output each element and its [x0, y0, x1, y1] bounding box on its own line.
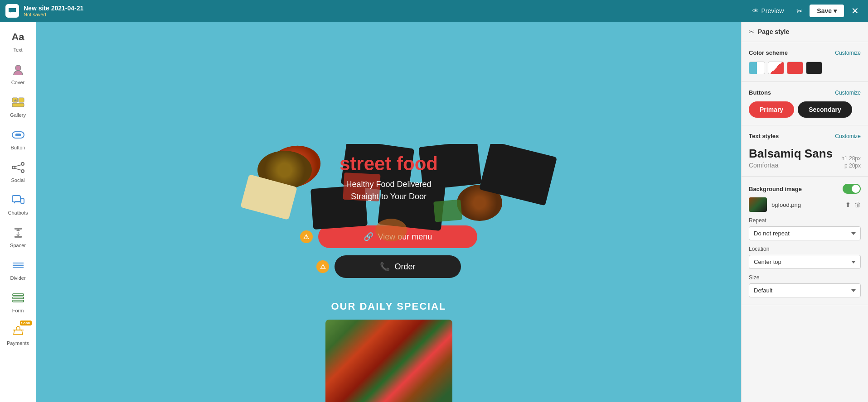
sidebar-item-label: Gallery: [10, 112, 26, 118]
soon-badge: Soon: [20, 321, 32, 325]
sidebar-item-label: Cover: [11, 80, 24, 85]
topbar-actions: 👁 Preview ✂ Save ▾ ✕: [747, 4, 863, 18]
upload-icon[interactable]: ⬆: [845, 201, 851, 208]
font-h1-label: h1 28px: [841, 155, 861, 162]
divider-icon: [10, 257, 26, 273]
buttons-customize-link[interactable]: Customize: [835, 90, 861, 96]
svg-rect-12: [12, 196, 20, 202]
main-layout: Aa Text Cover Gallery Button Socia: [0, 22, 868, 402]
svg-point-0: [15, 65, 21, 71]
sidebar-item-gallery[interactable]: Gallery: [3, 91, 34, 121]
site-name: New site 2021-04-21: [24, 5, 742, 12]
location-label: Location: [749, 246, 861, 252]
text-icon: Aa: [10, 29, 26, 45]
svg-rect-23: [13, 297, 24, 299]
font-name-main: Balsamiq Sans: [749, 147, 833, 161]
svg-line-11: [15, 168, 21, 170]
color-customize-link[interactable]: Customize: [835, 50, 861, 56]
buttons-header: Buttons Customize: [749, 89, 861, 96]
primary-button-preview[interactable]: Primary: [749, 101, 794, 118]
eye-icon: 👁: [752, 7, 759, 14]
repeat-field: Repeat Do not repeat Repeat Repeat X Rep…: [749, 217, 861, 240]
hero-title-main: street: [339, 153, 397, 174]
sidebar-item-label: Chatbots: [8, 210, 28, 215]
scissors-button[interactable]: ✂: [793, 5, 806, 17]
svg-rect-22: [13, 294, 24, 296]
button-icon: [10, 127, 26, 143]
canvas-area: street food Healthy Food Delivered Strai…: [36, 22, 741, 402]
daily-special-section: OUR DAILY SPECIAL: [36, 287, 741, 402]
sidebar-item-chatbots[interactable]: Chatbots: [3, 188, 34, 219]
sidebar-item-label: Divider: [10, 275, 25, 281]
sidebar-item-payments[interactable]: Soon Payments: [3, 319, 34, 349]
sidebar-item-spacer[interactable]: Spacer: [3, 221, 34, 252]
sidebar-item-cover[interactable]: Cover: [3, 58, 34, 89]
size-select[interactable]: Default Cover Contain: [749, 283, 861, 297]
size-label: Size: [749, 274, 861, 281]
site-info: New site 2021-04-21 Not saved: [24, 5, 742, 17]
bg-image-toggle-row: Background image: [749, 184, 861, 194]
svg-rect-24: [13, 300, 24, 302]
buttons-section: Buttons Customize Primary Secondary: [742, 82, 868, 125]
buttons-label: Buttons: [749, 89, 771, 96]
social-icon: [10, 159, 26, 176]
topbar: New site 2021-04-21 Not saved 👁 Preview …: [0, 0, 868, 22]
svg-rect-3: [12, 103, 24, 107]
save-dropdown-icon: ▾: [834, 7, 837, 14]
sidebar-item-label: Form: [12, 308, 24, 313]
svg-line-10: [15, 165, 21, 167]
bg-image-toggle[interactable]: [843, 184, 861, 194]
svg-rect-13: [21, 198, 24, 204]
sidebar-item-button[interactable]: Button: [3, 123, 34, 154]
repeat-label: Repeat: [749, 217, 861, 224]
repeat-select[interactable]: Do not repeat Repeat Repeat X Repeat Y: [749, 226, 861, 240]
sidebar-item-form[interactable]: Form: [3, 286, 34, 317]
chatbots-icon: [10, 192, 26, 208]
sidebar-item-social[interactable]: Social: [3, 156, 34, 187]
panel-header: ✂ Page style: [742, 22, 868, 42]
text-styles-section: Text styles Customize Balsamiq Sans Comf…: [742, 125, 868, 177]
scissors-panel-icon: ✂: [749, 28, 754, 35]
right-panel: ✂ Page style Color scheme Customize Butt…: [741, 22, 868, 402]
font-name-sub: Comfortaa: [749, 162, 833, 169]
hero-subtitle-line2: Straight to Your Door: [36, 191, 741, 203]
location-select[interactable]: Center top Center Center bottom: [749, 255, 861, 269]
hero-title: street food: [36, 153, 741, 175]
delete-icon[interactable]: 🗑: [854, 201, 861, 208]
cover-icon: [10, 62, 26, 78]
font-p-label: p 20px: [841, 163, 861, 169]
save-button[interactable]: Save ▾: [810, 5, 844, 17]
sidebar-item-text[interactable]: Aa Text: [3, 25, 34, 56]
logo-icon: [5, 4, 19, 18]
form-icon: [10, 290, 26, 306]
sidebar: Aa Text Cover Gallery Button Socia: [0, 22, 36, 402]
size-field: Size Default Cover Contain: [749, 274, 861, 297]
text-styles-customize-link[interactable]: Customize: [835, 133, 861, 139]
save-label: Save: [817, 7, 832, 14]
hero-subtitle: Healthy Food Delivered Straight to Your …: [36, 178, 741, 203]
sidebar-item-label: Spacer: [10, 243, 26, 248]
daily-special-title: OUR DAILY SPECIAL: [36, 301, 741, 312]
sidebar-item-divider[interactable]: Divider: [3, 254, 34, 284]
text-styles-label: Text styles: [749, 133, 779, 139]
color-swatch-blue-white[interactable]: [749, 62, 765, 74]
svg-point-9: [21, 170, 24, 172]
hero-title-accent: food: [397, 153, 438, 174]
color-scheme-label: Color scheme: [749, 49, 788, 56]
secondary-button-preview[interactable]: Secondary: [798, 101, 852, 118]
preview-button[interactable]: 👁 Preview: [747, 5, 790, 17]
text-style-row: Balsamiq Sans Comfortaa h1 28px p 20px: [749, 145, 861, 169]
close-button[interactable]: ✕: [848, 4, 863, 18]
color-scheme-header: Color scheme Customize: [749, 49, 861, 56]
color-swatch-black[interactable]: [806, 62, 822, 74]
svg-rect-6: [15, 134, 21, 136]
color-swatch-red[interactable]: [787, 62, 803, 74]
svg-point-8: [21, 163, 24, 165]
spacer-icon: [10, 225, 26, 241]
sidebar-item-label: Payments: [7, 340, 29, 346]
color-swatch-red-diag[interactable]: [768, 62, 784, 74]
svg-point-7: [12, 166, 15, 169]
color-scheme-section: Color scheme Customize: [742, 42, 868, 82]
location-field: Location Center top Center Center bottom: [749, 246, 861, 269]
text-styles-header: Text styles Customize: [749, 133, 861, 139]
